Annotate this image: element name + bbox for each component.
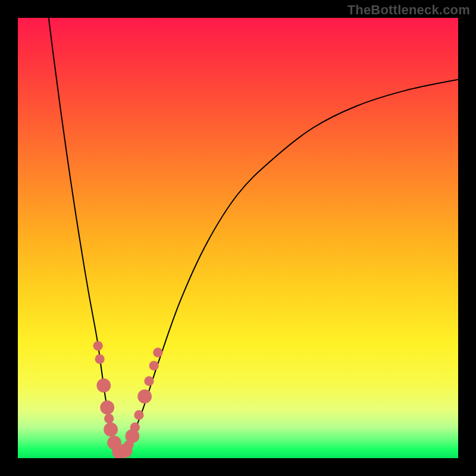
highlighted-point	[137, 390, 152, 404]
highlighted-point	[149, 361, 159, 370]
highlighted-point	[104, 422, 118, 437]
curve-svg	[18, 18, 458, 458]
highlighted-point	[144, 376, 154, 386]
highlighted-point	[134, 410, 143, 419]
highlighted-point	[130, 422, 140, 432]
highlighted-point	[104, 414, 114, 423]
highlighted-point	[93, 341, 103, 350]
chart-frame: TheBottleneck.com	[0, 0, 476, 476]
highlighted-point	[96, 378, 111, 393]
curve-right-branch	[119, 80, 458, 456]
highlighted-point	[95, 354, 105, 364]
plot-area	[18, 18, 458, 458]
highlighted-point	[153, 347, 162, 357]
watermark-text: TheBottleneck.com	[347, 2, 470, 18]
highlighted-point	[100, 400, 114, 415]
highlighted-points-group	[93, 341, 163, 458]
